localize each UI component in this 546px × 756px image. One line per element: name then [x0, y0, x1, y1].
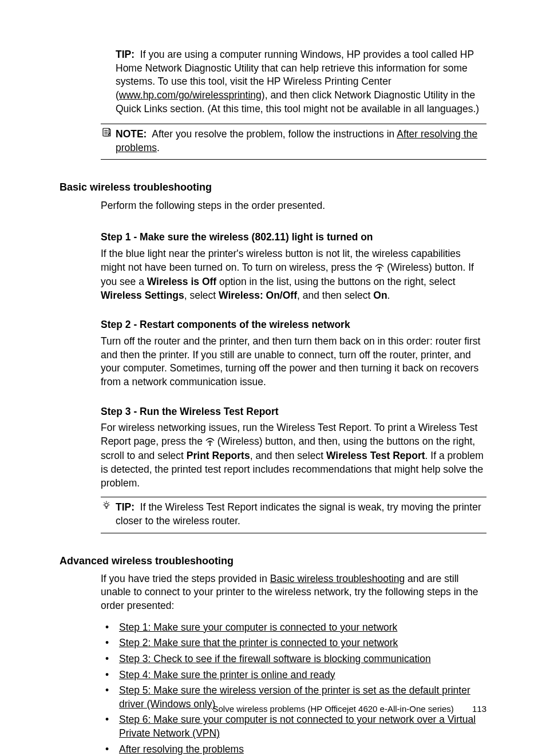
- svg-point-5: [379, 270, 380, 271]
- advanced-intro: If you have tried the steps provided in …: [101, 572, 486, 613]
- note-text-after: .: [157, 142, 160, 153]
- note-text-before: After you resolve the problem, follow th…: [152, 128, 397, 140]
- step3-text: For wireless networking issues, run the …: [101, 421, 486, 490]
- step-link[interactable]: After resolving the problems: [119, 743, 244, 755]
- tip-paragraph: TIP: If you are using a computer running…: [116, 48, 486, 116]
- step-link[interactable]: Step 3: Check to see if the firewall sof…: [119, 653, 431, 664]
- svg-point-8: [105, 504, 108, 507]
- step3-title: Step 3 - Run the Wireless Test Report: [101, 405, 486, 419]
- list-item: Step 4: Make sure the printer is online …: [101, 668, 486, 682]
- tip-block-top: TIP: If you are using a computer running…: [116, 48, 486, 116]
- page-footer: Solve wireless problems (HP Officejet 46…: [213, 703, 486, 715]
- note-block: NOTE: After you resolve the problem, fol…: [101, 124, 486, 160]
- step1-title: Step 1 - Make sure the wireless (802.11)…: [101, 231, 486, 244]
- basic-intro: Perform the following steps in the order…: [101, 199, 486, 213]
- advanced-steps-list: Step 1: Make sure your computer is conne…: [101, 621, 486, 756]
- basic-body: Perform the following steps in the order…: [101, 199, 486, 533]
- note-body: NOTE: After you resolve the problem, fol…: [101, 128, 486, 155]
- step-link[interactable]: Step 6: Make sure your computer is not c…: [119, 714, 476, 739]
- step2-title: Step 2 - Restart components of the wirel…: [101, 318, 486, 332]
- note-label: NOTE:: [116, 128, 147, 140]
- tip-link[interactable]: www.hp.com/go/wirelessprinting: [119, 89, 262, 101]
- lightbulb-icon: [101, 500, 112, 514]
- advanced-body: If you have tried the steps provided in …: [101, 572, 486, 756]
- list-item: Step 3: Check to see if the firewall sof…: [101, 652, 486, 666]
- tip-label: TIP:: [116, 501, 134, 513]
- advanced-heading: Advanced wireless troubleshooting: [60, 554, 486, 568]
- note-icon: [101, 127, 112, 141]
- advanced-intro-link[interactable]: Basic wireless troubleshooting: [270, 573, 405, 584]
- tip-text: If the Wireless Test Report indicates th…: [116, 501, 481, 527]
- step2-text: Turn off the router and the printer, and…: [101, 335, 486, 389]
- list-item: Step 2: Make sure that the printer is co…: [101, 636, 486, 650]
- step-link[interactable]: Step 4: Make sure the printer is online …: [119, 669, 335, 680]
- page-content: TIP: If you are using a computer running…: [0, 0, 546, 756]
- tip-label: TIP:: [116, 49, 134, 60]
- basic-heading: Basic wireless troubleshooting: [60, 180, 486, 194]
- list-item: Step 1: Make sure your computer is conne…: [101, 621, 486, 635]
- step-link[interactable]: Step 2: Make sure that the printer is co…: [119, 637, 398, 648]
- list-item: Step 6: Make sure your computer is not c…: [101, 713, 486, 740]
- wireless-icon: [205, 436, 215, 450]
- svg-line-14: [104, 502, 105, 503]
- footer-text: Solve wireless problems (HP Officejet 46…: [213, 704, 454, 714]
- step1-text: If the blue light near the printer's wir…: [101, 247, 486, 303]
- svg-point-7: [209, 445, 211, 446]
- wireless-icon: [375, 262, 384, 276]
- svg-line-15: [108, 502, 109, 503]
- step-link[interactable]: Step 1: Make sure your computer is conne…: [119, 622, 397, 633]
- tip-block-step3: TIP: If the Wireless Test Report indicat…: [101, 497, 486, 533]
- page-number: 113: [472, 704, 486, 714]
- tip-body: TIP: If the Wireless Test Report indicat…: [101, 501, 486, 528]
- list-item: After resolving the problems: [101, 743, 486, 756]
